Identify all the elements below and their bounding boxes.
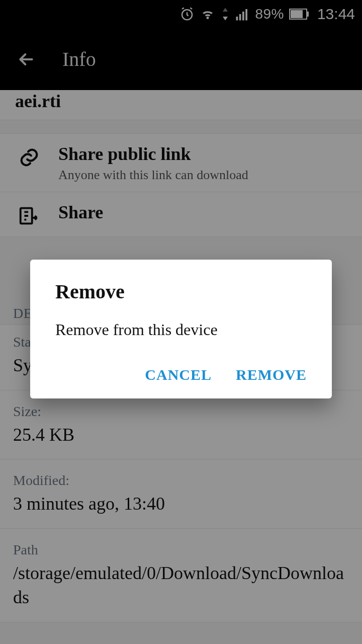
- dialog-title: Remove: [55, 280, 307, 303]
- dialog-message: Remove from this device: [55, 318, 307, 341]
- remove-button[interactable]: REMOVE: [236, 366, 307, 383]
- remove-dialog: Remove Remove from this device CANCEL RE…: [30, 260, 332, 398]
- cancel-button[interactable]: CANCEL: [145, 366, 212, 383]
